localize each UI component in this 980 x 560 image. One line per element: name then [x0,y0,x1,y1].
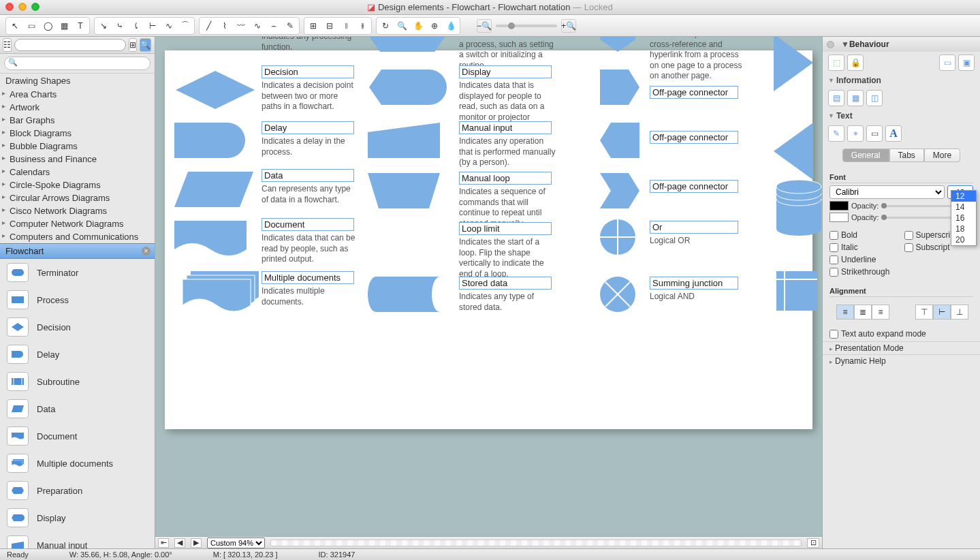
tab-general[interactable]: General [842,149,889,162]
bold-checkbox[interactable]: Bold [829,230,899,240]
category-item[interactable]: Bubble Diagrams [0,140,155,153]
panel-close-icon[interactable] [827,41,834,48]
shape-library-item[interactable]: Delay [0,341,155,368]
category-item[interactable]: Bar Graphs [0,114,155,127]
library-tree-icon[interactable]: ☷ [3,38,12,52]
shape-library-item[interactable]: Display [0,504,155,531]
ellipse-tool-icon[interactable]: ◯ [40,19,55,33]
freehand-tool-icon[interactable]: ✎ [283,19,298,33]
canvas-shape[interactable] [181,270,263,317]
tab-tabs[interactable]: Tabs [889,149,924,162]
shape-library-item[interactable]: Multiple documents [0,450,155,477]
canvas-shape[interactable] [366,172,441,212]
category-item[interactable]: Calendars [0,166,155,178]
pointer-tool-icon[interactable]: ↖ [7,19,22,33]
auto-expand-checkbox[interactable]: Text auto expand mode [823,326,980,341]
zoom-select[interactable]: Custom 94% [207,538,265,548]
distribute-tool-icon[interactable]: ⫵ [355,19,370,33]
shape-library-item[interactable]: Data [0,395,155,422]
library-filter-input[interactable] [14,39,126,51]
rect-tool-icon[interactable]: ▭ [24,19,39,33]
strikethrough-checkbox[interactable]: Strikethrough [829,266,899,277]
text-frame-icon[interactable]: ▭ [866,125,883,142]
category-item[interactable]: Block Diagrams [0,127,155,140]
shape-library-item[interactable]: Decision [0,313,155,341]
page-settings-icon[interactable]: ⊡ [807,538,819,548]
category-item[interactable]: Computer Network Diagrams [0,217,155,230]
shape-title[interactable]: Document [262,218,354,231]
category-item[interactable]: Circular Arrows Diagrams [0,191,155,204]
canvas-shape[interactable] [772,37,815,95]
category-item[interactable]: Artwork [0,101,155,114]
zoom-in-icon[interactable]: +🔍 [561,19,576,33]
canvas-shape[interactable] [599,37,637,55]
canvas-shape[interactable] [775,270,819,314]
canvas-shape[interactable] [366,37,448,55]
canvas-shape[interactable] [599,218,637,258]
section-close-icon[interactable]: × [142,247,151,255]
align-tool-icon[interactable]: ⫴ [338,19,353,33]
dynamic-help-item[interactable]: Dynamic Help [823,354,980,367]
font-size-option[interactable]: 18 [951,223,976,234]
zoom-out-icon[interactable]: −🔍 [477,19,492,33]
align-middle-icon[interactable]: ⊢ [933,305,951,320]
minimize-icon[interactable] [18,3,27,11]
shape-title[interactable]: Decision [262,65,354,78]
shape-library-item[interactable]: Terminator [0,259,155,286]
text-icon-1[interactable]: ✎ [828,125,844,142]
spline-tool-icon[interactable]: ∿ [250,19,265,33]
canvas-shape[interactable] [775,178,822,239]
close-icon[interactable] [5,3,14,11]
canvas-shape[interactable] [173,121,248,161]
flowchart-section-header[interactable]: Flowchart × [0,243,155,259]
shape-title[interactable]: Multiple documents [262,271,354,284]
info-icon-3[interactable]: ◫ [866,90,883,106]
canvas-shape[interactable] [599,172,641,212]
refresh-tool-icon[interactable]: ↻ [378,19,393,33]
canvas-shape[interactable] [366,275,441,315]
prev-page-icon[interactable]: ◀ [174,538,185,548]
line-tool-icon[interactable]: ╱ [201,19,216,33]
text-header[interactable]: Text [823,109,980,123]
align-center-icon[interactable]: ≣ [854,305,872,320]
font-size-option[interactable]: 16 [951,213,976,223]
category-item[interactable]: Circle-Spoke Diagrams [0,178,155,191]
bezier-connector-icon[interactable]: ∿ [161,19,176,33]
drawing-page[interactable]: TerminatorIndicates the beginning or end… [165,50,812,429]
tab-more[interactable]: More [924,149,960,162]
text-tool-icon[interactable]: T [73,19,88,33]
smart-connector-icon[interactable]: ⤷ [112,19,127,33]
arc-connector-icon[interactable]: ⤹ [129,19,144,33]
hand-tool-icon[interactable]: ✋ [411,19,426,33]
align-top-icon[interactable]: ⊤ [915,305,933,320]
canvas-shape[interactable] [366,68,448,108]
zoom-tool-icon[interactable]: 🔍 [394,19,409,33]
shape-title[interactable]: Stored data [459,277,552,290]
canvas-shape[interactable] [599,275,637,315]
highlight-color-swatch[interactable] [829,213,849,222]
canvas-shape[interactable] [173,170,255,211]
category-item[interactable]: Computers and Communications [0,230,155,243]
shape-title[interactable]: Display [459,65,552,78]
lock-icon[interactable]: 🔒 [847,55,864,71]
first-page-icon[interactable]: ⇤ [158,538,169,548]
behaviour-icon-4[interactable]: ▣ [958,55,975,71]
font-size-option[interactable]: 12 [951,191,976,202]
shape-title[interactable]: Summing junction [650,277,738,290]
next-page-icon[interactable]: ▶ [191,538,202,548]
text-icon-2[interactable]: ⌖ [847,125,864,142]
text-style-icon[interactable]: A [885,125,902,142]
font-size-option[interactable]: 20 [951,234,976,245]
library-search-icon[interactable]: 🔍 [140,38,151,52]
shape-title[interactable]: Loop limit [459,222,552,235]
information-header[interactable]: Information [823,74,980,87]
shape-title[interactable]: Manual loop [459,172,552,185]
shape-title[interactable]: Off-page connector [650,180,738,193]
info-icon-2[interactable]: ▦ [847,90,864,106]
category-item[interactable]: Cisco Network Diagrams [0,204,155,217]
shape-library-item[interactable]: Process [0,286,155,313]
curve-tool-icon[interactable]: 〰 [234,19,249,33]
shape-title[interactable]: Manual input [459,121,552,134]
font-color-swatch[interactable] [829,201,849,211]
shape-library-item[interactable]: Document [0,422,155,450]
